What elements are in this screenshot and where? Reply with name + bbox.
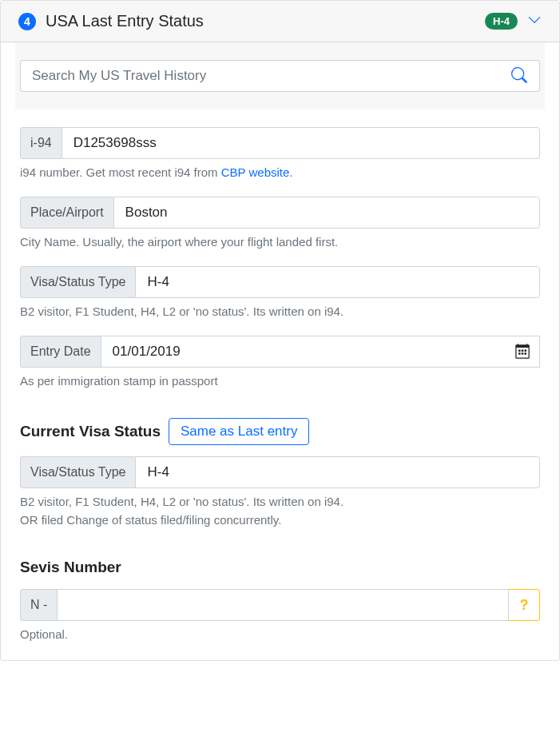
sevis-help-button[interactable]: ? xyxy=(508,589,540,621)
same-as-last-entry-button[interactable]: Same as Last entry xyxy=(169,418,309,445)
sevis-field: N - ? xyxy=(20,589,540,621)
usa-last-entry-card: 4 USA Last Entry Status H-4 i-94 xyxy=(0,0,560,661)
current-visa-help-1: B2 visitor, F1 Student, H4, L2 or 'no st… xyxy=(20,495,540,508)
status-badge: H-4 xyxy=(485,13,518,30)
last-visa-field: Visa/Status Type B2 visitor, F1 Student,… xyxy=(20,266,540,318)
entry-date-input[interactable] xyxy=(101,336,540,368)
card-body: i-94 i94 number. Get most recent i94 fro… xyxy=(1,42,559,660)
entry-date-label: Entry Date xyxy=(20,336,101,368)
current-visa-input[interactable] xyxy=(135,456,540,488)
sevis-help: Optional. xyxy=(20,627,540,641)
i94-input[interactable] xyxy=(62,127,540,159)
card-header[interactable]: 4 USA Last Entry Status H-4 xyxy=(1,1,559,42)
current-visa-help-2: OR filed Change of status filed/filing c… xyxy=(20,513,540,527)
step-number-badge: 4 xyxy=(18,13,36,30)
sevis-prefix: N - xyxy=(20,589,57,621)
last-visa-input[interactable] xyxy=(135,266,540,298)
last-visa-label: Visa/Status Type xyxy=(20,266,135,298)
place-label: Place/Airport xyxy=(20,197,113,229)
question-icon: ? xyxy=(520,597,529,614)
place-input[interactable] xyxy=(113,197,540,229)
sevis-input[interactable] xyxy=(57,589,508,621)
i94-help: i94 number. Get most recent i94 from CBP… xyxy=(20,165,540,179)
i94-label: i-94 xyxy=(20,127,62,159)
cbp-website-link[interactable]: CBP website xyxy=(221,165,290,179)
entry-date-help: As per immigration stamp in passport xyxy=(20,374,540,388)
entry-date-field: Entry Date As per immigration stamp in p… xyxy=(20,336,540,388)
sevis-title: Sevis Number xyxy=(20,559,540,576)
search-icon xyxy=(511,67,527,86)
place-help: City Name. Usually, the airport where yo… xyxy=(20,235,540,249)
search-button[interactable] xyxy=(498,60,540,92)
current-visa-label: Visa/Status Type xyxy=(20,456,135,488)
chevron-down-icon[interactable] xyxy=(527,13,542,30)
current-visa-section-header: Current Visa Status Same as Last entry xyxy=(20,418,540,445)
current-visa-title: Current Visa Status xyxy=(20,423,161,440)
search-section xyxy=(15,42,545,109)
search-group xyxy=(20,60,540,92)
search-input[interactable] xyxy=(20,60,498,92)
i94-field: i-94 i94 number. Get most recent i94 fro… xyxy=(20,127,540,179)
place-field: Place/Airport City Name. Usually, the ai… xyxy=(20,197,540,249)
current-visa-field: Visa/Status Type B2 visitor, F1 Student,… xyxy=(20,456,540,527)
last-visa-help: B2 visitor, F1 Student, H4, L2 or 'no st… xyxy=(20,304,540,318)
card-title: USA Last Entry Status xyxy=(46,12,204,30)
